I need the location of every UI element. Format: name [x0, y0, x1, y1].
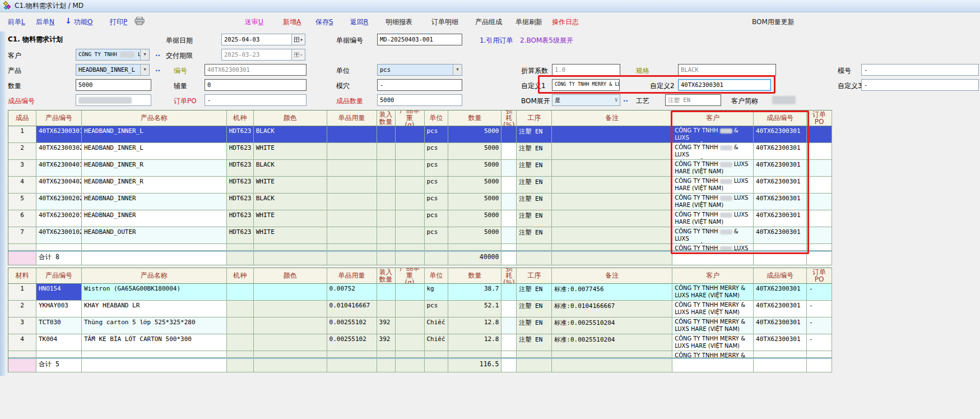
cell-process[interactable]: 注塑 EN — [517, 177, 552, 194]
cell-qty[interactable]: 52.1 — [448, 301, 501, 317]
cell-name[interactable]: HEADBAND_INNER_R — [82, 177, 227, 194]
cell-loss[interactable] — [501, 244, 517, 251]
cell-name[interactable]: HEADBAND_INNER_L — [82, 143, 227, 160]
cell-pack_qty[interactable] — [377, 194, 396, 210]
cell-code[interactable]: TK004 — [36, 334, 82, 351]
ref-order-link[interactable]: 1.引用订单 — [480, 36, 513, 45]
cell-unit[interactable]: pcs — [425, 194, 449, 210]
table-row[interactable]: 1HNO154Wistron (GA65AG00BK180004)0.00752… — [8, 284, 832, 301]
toolbar-button-后单[interactable]: 后单N — [36, 17, 54, 27]
cell-unit[interactable]: kg — [425, 284, 449, 301]
cell-unit_usage[interactable]: 0.00752 — [327, 284, 377, 301]
cell-process[interactable]: 注塑 EN — [517, 284, 552, 301]
cell-customer[interactable]: CÔNG TY TNHH LUXSHARE (VIỆT NAM) — [672, 160, 754, 177]
cell-loss[interactable] — [501, 194, 517, 210]
cell-customer[interactable]: CÔNG TY TNHH LUXSHARE (VIỆT NAM) — [672, 210, 754, 227]
cell-pack_qty[interactable] — [377, 301, 396, 317]
cell-process[interactable]: 注塑 EN — [517, 194, 552, 210]
cell-color[interactable]: BLACK — [254, 126, 327, 143]
cell-qty[interactable]: 38.7 — [448, 284, 501, 301]
cell-pack_qty[interactable] — [377, 210, 396, 227]
cell-name[interactable]: Wistron (GA65AG00BK180004) — [82, 284, 227, 301]
fg-code-field[interactable] — [76, 94, 151, 106]
cell-unit_usage[interactable]: 0.010416667 — [327, 301, 377, 317]
cell-unit[interactable] — [425, 244, 449, 251]
cell-name[interactable]: Thùng carton 5 lớp 525*325*280 — [82, 317, 227, 334]
cell-customer[interactable]: CÔNG TY TNHH MERRY & LUXS — [672, 351, 754, 358]
calendar-icon[interactable]: ▼ — [291, 34, 305, 45]
craft-field[interactable]: 注塑 EN — [665, 94, 721, 106]
toolbar-button-订单明细[interactable]: 订单明细 — [431, 17, 458, 27]
cell-po[interactable] — [807, 194, 832, 210]
cell-customer[interactable]: CÔNG TY TNHH & LUXSHARE (VIỆT NAM) — [672, 126, 754, 143]
cell-remark[interactable]: 标准:0.0025510204 — [552, 317, 672, 334]
cell-no[interactable]: 4 — [8, 334, 36, 351]
product-browse-button[interactable]: .. — [155, 65, 160, 73]
cell-process[interactable]: 注塑 EN — [517, 126, 552, 143]
cell-code[interactable] — [36, 244, 82, 251]
cell-po[interactable] — [807, 210, 832, 227]
fg-qty-field[interactable]: 5000 — [377, 94, 462, 106]
cell-no[interactable]: 7 — [8, 227, 36, 244]
cell-machine[interactable]: HDT623 — [227, 177, 254, 194]
cell-loss[interactable] — [501, 227, 517, 244]
table-row[interactable]: 740TX62300102HEADBAND_OUTERHDT623WHITEpc… — [8, 227, 832, 244]
cell-machine[interactable]: HDT623 — [227, 126, 254, 143]
printer-icon[interactable] — [134, 17, 145, 27]
cell-unit_usage[interactable] — [327, 160, 377, 177]
table-row[interactable]: 3TCT030Thùng carton 5 lớp 525*325*2800.0… — [8, 317, 832, 334]
cell-product_code[interactable]: 40TX62300301 — [754, 284, 807, 301]
cell-no[interactable]: 2 — [8, 143, 36, 160]
cell-unit_usage[interactable] — [327, 126, 377, 143]
cell-unit_weight[interactable] — [396, 126, 425, 143]
cell-product_code[interactable]: 40TX62300301 — [754, 334, 807, 351]
cell-machine[interactable]: HDT623 — [227, 210, 254, 227]
cell-unit[interactable]: Chiếc — [425, 334, 449, 351]
order-po-field[interactable]: - — [205, 94, 306, 106]
cell-loss[interactable] — [501, 126, 517, 143]
cell-unit[interactable]: pcs — [425, 126, 449, 143]
deadline-field[interactable]: 2025-03-23 ▼ — [221, 49, 305, 61]
cell-unit[interactable]: Chiếc — [425, 317, 449, 334]
cell-loss[interactable] — [501, 284, 517, 301]
cell-product_code[interactable]: 40TX62300301 — [754, 210, 807, 227]
cell-po[interactable]: - — [807, 284, 832, 301]
cell-qty[interactable]: 5000 — [448, 160, 501, 177]
cell-product_code[interactable] — [754, 244, 807, 251]
cell-no[interactable]: 5 — [8, 194, 36, 210]
cell-loss[interactable] — [501, 160, 517, 177]
cell-loss[interactable] — [501, 301, 517, 317]
cell-loss[interactable] — [501, 177, 517, 194]
toolbar-button-前单[interactable]: 前单L — [8, 17, 25, 27]
table-row[interactable]: 640TX62300201HEADBNAD_INNERHDT623WHITEpc… — [8, 210, 832, 227]
cell-customer[interactable]: CÔNG TY TNHH LUXS — [672, 244, 754, 251]
cell-code[interactable]: 40TX62300102 — [36, 227, 82, 244]
cell-qty[interactable]: 5000 — [448, 177, 501, 194]
toolbar-button-新增[interactable]: 新增A — [283, 17, 301, 27]
cell-color[interactable]: WHITE — [254, 143, 327, 160]
cell-remark[interactable] — [552, 351, 672, 358]
cell-remark[interactable]: 标准:0.0025510204 — [552, 334, 672, 351]
toolbar-button-产品组成[interactable]: 产品组成 — [475, 17, 502, 27]
cell-pack_qty[interactable] — [377, 351, 396, 358]
table-row[interactable]: 140TX62300301HEADBAND_INNER_LHDT623BLACK… — [8, 126, 832, 143]
cell-po[interactable] — [807, 351, 832, 358]
cell-color[interactable] — [254, 244, 327, 251]
cell-remark[interactable] — [552, 210, 672, 227]
table-row[interactable]: 2YKHAY003KHAY HEABAND LR0.010416667pcs52… — [8, 301, 832, 317]
cell-pack_qty[interactable]: 392 — [377, 317, 396, 334]
cell-no[interactable]: 1 — [8, 126, 36, 143]
cell-machine[interactable] — [227, 351, 254, 358]
cell-process[interactable] — [517, 351, 552, 358]
toolbar-button-BOM用量更新[interactable]: BOM用量更新 — [752, 17, 795, 27]
cell-customer[interactable]: CÔNG TY TNHH & LUXSHARE (VIỆT NAM) — [672, 227, 754, 244]
cell-product_code[interactable]: 40TX62300301 — [754, 126, 807, 143]
cell-product_code[interactable]: 40TX62300301 — [754, 160, 807, 177]
toolbar-button-功能[interactable]: 功能O — [74, 17, 92, 27]
cell-code[interactable]: 40TX62300402 — [36, 177, 82, 194]
cell-no[interactable] — [8, 351, 36, 358]
cell-code[interactable]: 40TX62300202 — [36, 194, 82, 210]
cell-process[interactable]: 注塑 EN — [517, 227, 552, 244]
cavity-field[interactable]: - — [377, 79, 462, 91]
product-combo[interactable]: HEADBAND_INNER_L▼ — [76, 64, 150, 76]
